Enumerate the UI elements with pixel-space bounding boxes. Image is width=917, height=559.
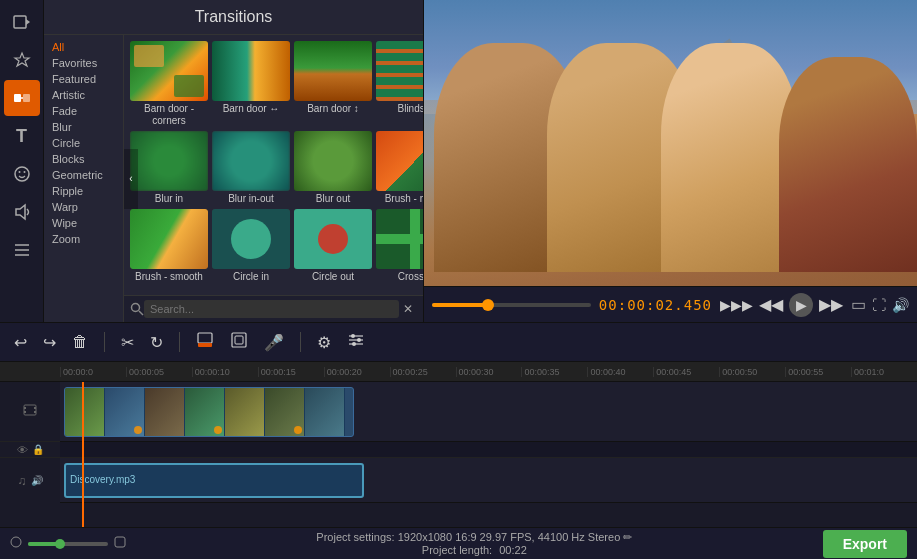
category-warp[interactable]: Warp xyxy=(44,199,123,215)
effects-panel-btn[interactable] xyxy=(343,327,369,357)
delete-btn[interactable]: 🗑 xyxy=(68,329,92,355)
color-btn[interactable] xyxy=(192,327,218,357)
transition-blur-in-out[interactable]: Blur in-out xyxy=(212,131,290,205)
transition-barn-door-v[interactable]: Barn door ↕ xyxy=(294,41,372,127)
edit-settings-btn[interactable]: ✏ xyxy=(623,531,632,543)
settings-btn[interactable]: ⚙ xyxy=(313,329,335,356)
video-clip[interactable] xyxy=(64,387,354,437)
progress-track xyxy=(432,303,591,307)
volume-btn[interactable]: 🔊 xyxy=(892,297,909,313)
toolbar-audio-btn[interactable] xyxy=(4,194,40,230)
cut-btn[interactable]: ✂ xyxy=(117,329,138,356)
transition-label-11: Cross 1 xyxy=(398,271,423,283)
transition-thumb-6 xyxy=(294,131,372,191)
category-artistic[interactable]: Artistic xyxy=(44,87,123,103)
clip-thumb-2 xyxy=(105,388,145,436)
search-clear-btn[interactable]: ✕ xyxy=(399,302,417,316)
timeline-ruler: 00:00:0 00:00:05 00:00:10 00:00:15 00:00… xyxy=(0,362,917,382)
export-button[interactable]: Export xyxy=(823,530,907,558)
export-preview-btn[interactable]: ▭ xyxy=(851,295,866,314)
toolbar-menu-btn[interactable] xyxy=(4,232,40,268)
category-wipe[interactable]: Wipe xyxy=(44,215,123,231)
transition-thumb-2 xyxy=(294,41,372,101)
transition-thumb-5 xyxy=(212,131,290,191)
mic-btn[interactable]: 🎤 xyxy=(260,329,288,356)
lock-icon[interactable]: 🔒 xyxy=(32,444,44,455)
ruler-mark-4: 00:00:20 xyxy=(324,367,390,377)
transition-brush-smooth[interactable]: Brush - smooth xyxy=(130,209,208,283)
transition-label-6: Blur out xyxy=(316,193,350,205)
eye-icon[interactable]: 👁 xyxy=(17,444,28,456)
toolbar-effects-btn[interactable] xyxy=(4,42,40,78)
transitions-title: Transitions xyxy=(44,0,423,35)
ruler-marks: 00:00:0 00:00:05 00:00:10 00:00:15 00:00… xyxy=(60,367,917,377)
rewind-btn[interactable]: ◀◀ xyxy=(759,295,783,314)
search-bar: ✕ xyxy=(124,295,423,322)
undo-btn[interactable]: ↩ xyxy=(10,329,31,356)
category-all[interactable]: All xyxy=(44,39,123,55)
top-area: T Transitions All Favorites Featured xyxy=(0,0,917,322)
category-fade[interactable]: Fade xyxy=(44,103,123,119)
toolbar-divider-2 xyxy=(179,332,180,352)
ruler-mark-12: 00:01:0 xyxy=(851,367,917,377)
grid-left-arrow[interactable]: ‹ xyxy=(124,149,138,209)
redo-btn[interactable]: ↪ xyxy=(39,329,60,356)
transition-thumb-4 xyxy=(130,131,208,191)
category-favorites[interactable]: Favorites xyxy=(44,55,123,71)
scale-slider[interactable] xyxy=(28,542,108,546)
search-input[interactable] xyxy=(144,300,399,318)
skip-back-btn[interactable]: ▶▶▶ xyxy=(720,297,753,313)
transitions-grid: Barn door - corners Barn door ↔ xyxy=(124,35,423,289)
category-featured[interactable]: Featured xyxy=(44,71,123,87)
scale-minus-btn[interactable] xyxy=(10,536,22,551)
progress-thumb[interactable] xyxy=(482,299,494,311)
svg-line-13 xyxy=(139,311,143,315)
svg-point-22 xyxy=(357,338,361,342)
bottom-toolbar: ↩ ↪ 🗑 ✂ ↻ 🎤 ⚙ xyxy=(0,322,917,362)
toolbar-text-btn[interactable]: T xyxy=(4,118,40,154)
transition-circle-out[interactable]: Circle out xyxy=(294,209,372,283)
svg-point-12 xyxy=(132,304,140,312)
clip-thumb-5 xyxy=(225,388,265,436)
category-circle[interactable]: Circle xyxy=(44,135,123,151)
toolbar-transitions-btn[interactable] xyxy=(4,80,40,116)
rotate-btn[interactable]: ↻ xyxy=(146,329,167,356)
frame-btn[interactable] xyxy=(226,327,252,357)
track-film-icon xyxy=(23,403,37,420)
transition-circle-in[interactable]: Circle in xyxy=(212,209,290,283)
transition-barn-door-h[interactable]: Barn door ↔ xyxy=(212,41,290,127)
transitions-grid-scroll[interactable]: Barn door - corners Barn door ↔ xyxy=(124,35,423,295)
audio-clip[interactable]: Discovery.mp3 xyxy=(64,463,364,498)
transition-blur-in[interactable]: Blur in xyxy=(130,131,208,205)
clip-thumb-3 xyxy=(145,388,185,436)
play-btn[interactable]: ▶ xyxy=(789,293,813,317)
transition-brush-rough[interactable]: Brush - rough xyxy=(376,131,423,205)
category-blocks[interactable]: Blocks xyxy=(44,151,123,167)
forward-btn[interactable]: ▶▶ xyxy=(819,295,843,314)
volume-icon[interactable]: 🔊 xyxy=(31,475,43,486)
svg-rect-24 xyxy=(24,405,36,415)
transition-label-9: Circle in xyxy=(233,271,269,283)
transition-cross-1[interactable]: Cross 1 xyxy=(376,209,423,283)
category-ripple[interactable]: Ripple xyxy=(44,183,123,199)
transition-thumb-0 xyxy=(130,41,208,101)
toolbar-stickers-btn[interactable] xyxy=(4,156,40,192)
transition-thumb-9 xyxy=(212,209,290,269)
category-blur[interactable]: Blur xyxy=(44,119,123,135)
transition-blinds[interactable]: Blinds ↓ xyxy=(376,41,423,127)
transition-barn-door-corners[interactable]: Barn door - corners xyxy=(130,41,208,127)
people-photo xyxy=(424,0,917,286)
category-zoom[interactable]: Zoom xyxy=(44,231,123,247)
toolbar-video-btn[interactable] xyxy=(4,4,40,40)
transition-label-3: Blinds ↓ xyxy=(397,103,423,115)
transition-label-7: Brush - rough xyxy=(385,193,423,205)
fullscreen-btn[interactable]: ⛶ xyxy=(872,297,886,313)
transition-blur-out[interactable]: Blur out xyxy=(294,131,372,205)
progress-bar-area[interactable] xyxy=(432,303,591,307)
scale-thumb[interactable] xyxy=(55,539,65,549)
ruler-mark-10: 00:00:50 xyxy=(719,367,785,377)
scale-plus-btn[interactable] xyxy=(114,536,126,551)
category-geometric[interactable]: Geometric xyxy=(44,167,123,183)
audio-track-controls: ♫ 🔊 xyxy=(0,458,60,503)
audio-icon[interactable]: ♫ xyxy=(18,474,27,488)
